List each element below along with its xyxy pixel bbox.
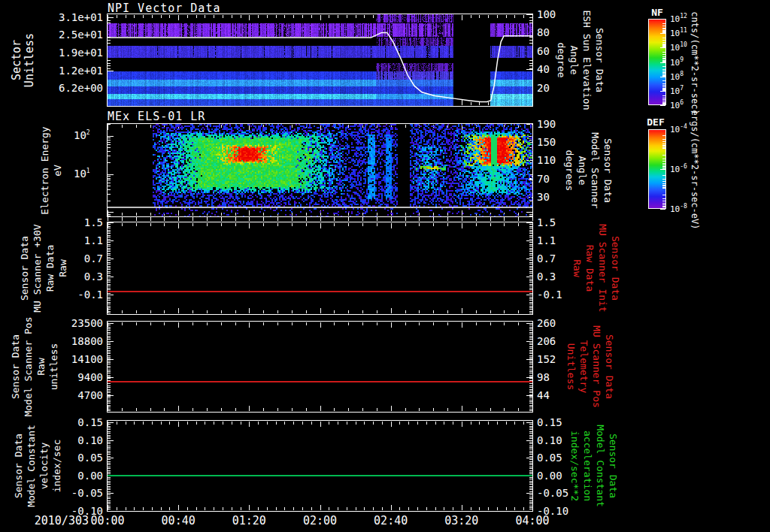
axis-label-line: MU Scanner Init <box>596 224 609 312</box>
y-minor-tick <box>108 357 111 358</box>
y-minor-tick <box>108 337 111 338</box>
x-minor-tick <box>161 507 162 510</box>
x-minor-tick <box>433 322 434 325</box>
x-outer-tick <box>377 217 377 221</box>
axis-label-line: Sensor Data <box>607 425 620 507</box>
y-minor-tick <box>108 300 111 301</box>
y-minor-tick <box>108 447 111 448</box>
x-minor-tick <box>338 507 338 510</box>
x-minor-tick <box>362 223 363 226</box>
y-minor-tick <box>108 484 111 485</box>
x-minor-tick <box>143 507 144 510</box>
y-minor-tick <box>529 348 532 349</box>
x-outer-tick <box>249 217 250 221</box>
x-outer-tick <box>292 217 293 221</box>
colorbar-major-tick <box>660 91 665 92</box>
axis-label-line: Electron Energy <box>38 126 51 214</box>
x-minor-tick <box>164 310 165 313</box>
y-minor-tick <box>108 389 111 390</box>
y-minor-tick <box>529 233 532 234</box>
y-minor-tick <box>108 251 111 252</box>
x-minor-tick <box>356 422 356 425</box>
y-major-tick <box>526 341 532 342</box>
y-minor-tick <box>529 268 532 268</box>
x-minor-tick <box>207 223 208 226</box>
y-minor-tick <box>529 438 532 439</box>
y-minor-tick <box>108 266 111 267</box>
y-tick-label: 3.1e+01 <box>41 11 103 23</box>
y-tick-label: 1.2e+01 <box>41 65 103 77</box>
y-minor-tick <box>529 300 532 301</box>
x-outer-tick <box>164 217 165 221</box>
x-minor-tick <box>348 322 349 325</box>
x-minor-tick <box>391 507 392 510</box>
y-minor-tick <box>529 289 532 290</box>
y-minor-tick <box>529 452 532 453</box>
exp-value: 6 <box>680 99 684 106</box>
y-minor-tick <box>529 503 532 504</box>
tplot-page: NPI Vector Data MEx ELS-01 LR 2010/303 N… <box>0 0 770 532</box>
y-minor-tick <box>529 410 532 411</box>
y-minor-tick <box>108 343 111 343</box>
y-minor-tick <box>529 357 532 358</box>
exp-base: 10 <box>670 165 680 174</box>
colorbar-minor-tick <box>662 29 665 29</box>
y-minor-tick <box>529 488 532 488</box>
y-minor-tick <box>108 224 111 225</box>
colorbar-major-tick <box>660 77 665 77</box>
x-minor-tick <box>292 310 293 313</box>
x-minor-tick <box>329 422 329 425</box>
x-minor-tick <box>334 408 335 411</box>
x-outer-tick <box>447 217 448 221</box>
x-minor-tick <box>235 223 236 226</box>
x-minor-tick <box>504 408 505 411</box>
y-major-tick <box>526 458 532 458</box>
colorbar-def-name: DEF <box>643 116 668 128</box>
x-minor-tick <box>178 310 179 313</box>
colorbar-minor-tick <box>662 86 665 87</box>
x-minor-tick <box>320 408 321 411</box>
colorbar-minor-tick <box>662 38 665 38</box>
y-minor-tick <box>108 289 111 290</box>
y-minor-tick <box>108 477 111 478</box>
x-minor-tick <box>235 408 236 411</box>
x-minor-tick <box>532 223 533 226</box>
y-minor-tick <box>529 284 532 285</box>
x-minor-tick <box>292 408 293 411</box>
colorbar-minor-tick <box>662 163 665 164</box>
x-minor-tick <box>117 422 117 425</box>
colorbar-minor-tick <box>662 52 665 53</box>
y-minor-tick <box>529 293 532 294</box>
y-major-tick <box>108 377 114 378</box>
axis-label-line: Sensor Data <box>18 224 31 312</box>
x-outer-tick <box>108 217 108 221</box>
y-minor-tick <box>108 472 111 473</box>
x-minor-tick <box>164 223 165 226</box>
right-axis-label-lines: Sensor DataModel ScannerAngledegrees <box>563 132 614 209</box>
colorbar-minor-tick <box>662 179 665 180</box>
x-minor-tick <box>293 422 294 425</box>
x-outer-tick <box>490 217 491 221</box>
colorbar-tick-label: 10-8 <box>670 203 687 214</box>
x-minor-tick <box>471 422 471 425</box>
x-minor-tick <box>338 422 338 425</box>
axis-label-line: MU Scanner Pos <box>590 325 603 408</box>
y-minor-tick <box>108 327 111 328</box>
colorbar-minor-tick <box>662 40 665 41</box>
colorbar-minor-tick <box>662 90 665 91</box>
colorbar-tick-label: 107 <box>670 85 684 96</box>
x-minor-tick <box>391 408 392 411</box>
y-minor-tick <box>108 463 111 464</box>
axis-label-line: index/sec <box>50 425 63 507</box>
x-outer-tick <box>462 217 462 221</box>
x-minor-tick <box>476 310 477 313</box>
y-minor-tick <box>108 268 111 268</box>
colorbar-minor-tick <box>662 71 665 71</box>
y-major-tick <box>526 395 532 396</box>
axis-label-line: Raw Data <box>44 224 56 312</box>
y-minor-tick <box>108 304 111 304</box>
y-minor-tick <box>108 328 111 329</box>
y-minor-tick <box>529 498 532 499</box>
axis-label-line: Sensor Data <box>593 10 606 110</box>
colorbar-minor-tick <box>662 26 665 26</box>
